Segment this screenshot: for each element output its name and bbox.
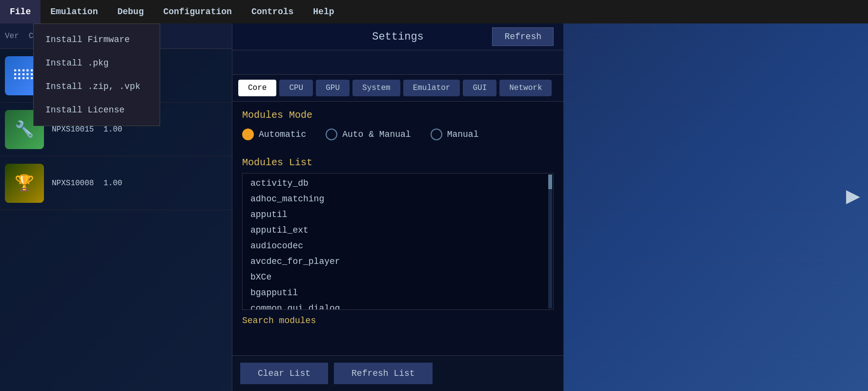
modules-list: activity_db adhoc_matching apputil apput…: [243, 174, 553, 310]
radio-automatic: [242, 129, 254, 140]
radio-manual: [431, 129, 442, 140]
menu-install-firmware[interactable]: Install Firmware: [34, 28, 160, 51]
table-row[interactable]: 🏆 NPXS10008 1.00: [0, 156, 234, 210]
modules-list-title: Modules List: [242, 157, 554, 168]
list-item[interactable]: bXCe: [243, 269, 553, 285]
modules-mode-title: Modules Mode: [242, 109, 554, 121]
menu-install-zip[interactable]: Install .zip, .vpk: [34, 75, 160, 98]
mode-automatic[interactable]: Automatic: [242, 129, 306, 140]
app-container: File Emulation Debug Configuration Contr…: [0, 0, 868, 391]
game-icon-3: 🏆: [5, 164, 44, 203]
radio-auto-manual: [326, 129, 337, 140]
game-info-2: NPXS10015 1.00: [52, 125, 229, 134]
game-id-3: NPXS10008: [52, 179, 94, 188]
tab-gui[interactable]: GUI: [463, 80, 496, 96]
refresh-list-button[interactable]: Refresh List: [334, 363, 433, 384]
game-info-3: NPXS10008 1.00: [52, 179, 229, 188]
mode-auto-manual[interactable]: Auto & Manual: [326, 129, 411, 140]
game-ver-3: 1.00: [103, 179, 122, 188]
list-item[interactable]: apputil: [243, 207, 553, 222]
mode-automatic-label: Automatic: [259, 130, 306, 139]
list-item[interactable]: adhoc_matching: [243, 191, 553, 207]
menu-install-pkg[interactable]: Install .pkg: [34, 51, 160, 75]
mode-manual-label: Manual: [447, 130, 479, 139]
mode-manual[interactable]: Manual: [431, 129, 479, 140]
menu-help[interactable]: Help: [303, 0, 344, 23]
list-item[interactable]: audiocodec: [243, 238, 553, 254]
clear-list-button[interactable]: Clear List: [240, 363, 328, 384]
nav-arrow-right[interactable]: ▶: [846, 181, 860, 210]
bottom-buttons: Clear List Refresh List: [232, 355, 563, 391]
tab-core[interactable]: Core: [238, 80, 276, 96]
list-item[interactable]: apputil_ext: [243, 222, 553, 238]
col-ver: Ver: [5, 32, 19, 41]
game-id-2: NPXS10015: [52, 125, 94, 134]
list-item[interactable]: activity_db: [243, 175, 553, 191]
settings-tabs: Core CPU GPU System Emulator GUI Network: [232, 75, 563, 102]
menu-install-license[interactable]: Install License: [34, 98, 160, 122]
settings-content: Modules Mode Automatic Auto & Manual: [232, 102, 563, 355]
tab-system[interactable]: System: [352, 80, 400, 96]
menu-emulation[interactable]: Emulation: [41, 0, 107, 23]
settings-header: Settings Refresh: [232, 23, 563, 50]
settings-panel: Settings Refresh Core CPU GPU System Emu…: [232, 23, 564, 391]
menu-debug[interactable]: Debug: [107, 0, 153, 23]
list-item[interactable]: common_gui_dialog: [243, 301, 553, 310]
settings-title: Settings: [372, 31, 424, 43]
scrollbar-track: [548, 174, 552, 308]
tab-emulator[interactable]: Emulator: [403, 80, 460, 96]
menu-file[interactable]: File: [0, 0, 41, 23]
modules-mode-row: Automatic Auto & Manual Manual: [242, 129, 554, 140]
file-dropdown: Install Firmware Install .pkg Install .z…: [33, 23, 160, 126]
menu-bar: File Emulation Debug Configuration Contr…: [0, 0, 868, 23]
menu-controls[interactable]: Controls: [242, 0, 303, 23]
scrollbar-thumb[interactable]: [548, 174, 552, 189]
tab-cpu[interactable]: CPU: [279, 80, 313, 96]
settings-col-row: [232, 50, 563, 75]
tab-gpu[interactable]: GPU: [316, 80, 350, 96]
list-item[interactable]: bgapputil: [243, 285, 553, 301]
mode-auto-manual-label: Auto & Manual: [342, 130, 411, 139]
modules-list-container: activity_db adhoc_matching apputil apput…: [242, 173, 554, 310]
game-ver-2: 1.00: [103, 125, 122, 134]
tab-network[interactable]: Network: [499, 80, 552, 96]
menu-configuration[interactable]: Configuration: [153, 0, 241, 23]
list-item[interactable]: avcdec_for_player: [243, 254, 553, 269]
refresh-button[interactable]: Refresh: [492, 27, 554, 46]
search-modules-label[interactable]: Search modules: [242, 310, 554, 326]
